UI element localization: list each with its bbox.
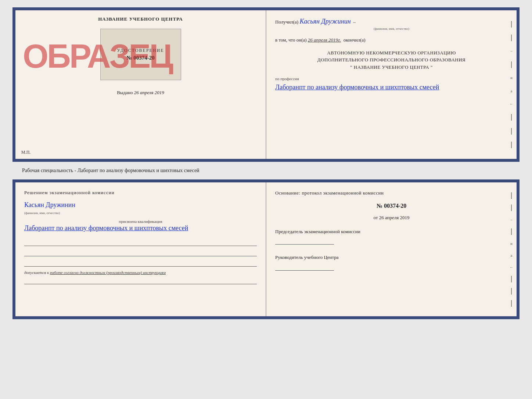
допускается-value: работе согласно должностным (производств…	[50, 270, 166, 275]
top-document: НАЗВАНИЕ УЧЕБНОГО ЦЕНТРА ОБРАЗЕЦ УДОСТОВ…	[12, 7, 520, 162]
fio-hint: (фамилия, имя, отчество)	[275, 26, 508, 31]
top-doc-right: Получил(а) Касьян Дружинин – (фамилия, и…	[266, 10, 517, 159]
date-line: в том, что он(а) 26 апреля 2019г. окончи…	[275, 36, 508, 44]
chairman-block: Председатель экзаменационной комиссии	[275, 228, 508, 245]
received-line: Получил(а) Касьян Дружинин – (фамилия, и…	[275, 16, 508, 31]
protocol-number: № 00374-20	[275, 201, 508, 211]
certificate-number: № 00374-20	[126, 55, 154, 61]
bottom-doc-right: Основание: протокол экзаменационной коми…	[266, 182, 517, 316]
fio-hint2: (фамилия, имя, отчество)	[24, 211, 60, 215]
bottom-document: Решением экзаменационной комиссии Касьян…	[12, 179, 520, 319]
osnov-label: Основание: протокол экзаменационной коми…	[275, 189, 508, 197]
profession-value: Лаборанпт по анализу формовочных и шихпт…	[275, 83, 508, 92]
director-block: Руководитель учебного Центра	[275, 253, 508, 270]
qualification-label: присвоена квалификация	[24, 219, 257, 224]
signature-lines	[24, 239, 257, 267]
commission-person-name: Касьян Дружинин	[24, 201, 257, 209]
received-name: Касьян Дружинин	[299, 18, 351, 25]
certificate-box: УДОСТОВЕРЕНИЕ № 00374-20	[100, 29, 181, 80]
person-name-block: Касьян Дружинин (фамилия, имя, отчество)	[24, 201, 257, 215]
commission-decision-text: Решением экзаменационной комиссии	[24, 189, 257, 197]
bottom-doc-left: Решением экзаменационной комиссии Касьян…	[15, 182, 266, 316]
top-doc-left: НАЗВАНИЕ УЧЕБНОГО ЦЕНТРА ОБРАЗЕЦ УДОСТОВ…	[15, 10, 266, 159]
training-center-title: НАЗВАНИЕ УЧЕБНОГО ЦЕНТРА	[98, 16, 183, 22]
mp-label: М.П.	[21, 150, 30, 155]
certificate-label: УДОСТОВЕРЕНИЕ	[117, 48, 164, 53]
org-block: АВТОНОМНУЮ НЕКОММЕРЧЕСКУЮ ОРГАНИЗАЦИЮ ДО…	[275, 49, 508, 71]
edge-decoration: – и а ←	[506, 18, 517, 152]
допускается-block: допускается к работе согласно должностны…	[24, 270, 257, 275]
specialty-label: Рабочая специальность - Лаборант по анал…	[7, 168, 200, 174]
protocol-date: от 26 апреля 2019	[275, 214, 508, 222]
date-value: 26 апреля 2019г.	[308, 37, 341, 43]
qualification-value: Лаборанпт по анализу формовочных и шихпт…	[24, 224, 257, 233]
chairman-sign-line	[275, 237, 334, 245]
issued-date: Выдано 26 апреля 2019	[117, 90, 164, 96]
director-sign-line	[275, 263, 334, 271]
profession-block: по профессии Лаборанпт по анализу формов…	[275, 75, 508, 92]
edge-decoration-bottom: – и а ←	[506, 190, 517, 309]
